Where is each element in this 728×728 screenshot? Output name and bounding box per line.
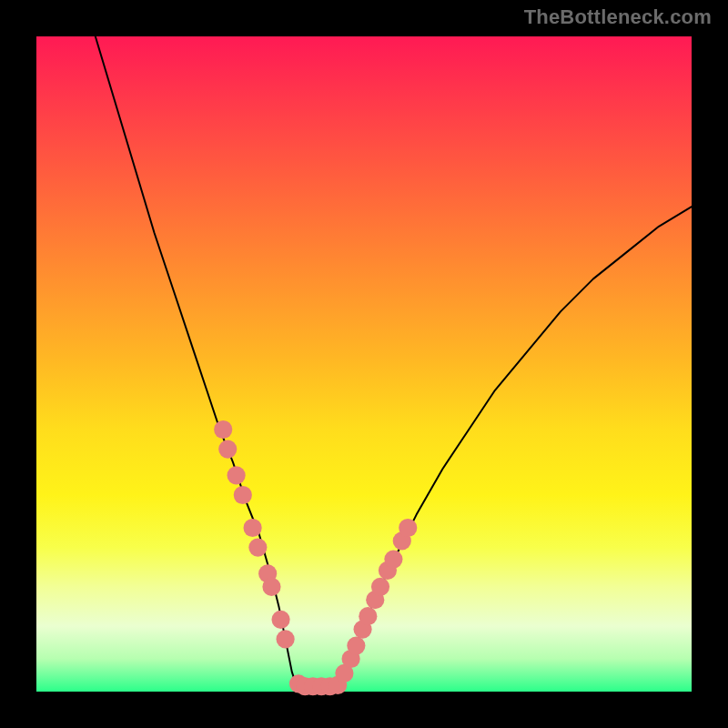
marker-dot	[262, 578, 280, 596]
bottleneck-curve	[96, 36, 692, 692]
marker-dot	[244, 519, 262, 537]
chart-overlay	[36, 36, 692, 692]
marker-dot	[359, 607, 377, 625]
marker-dot	[277, 630, 295, 648]
highlighted-markers	[214, 420, 417, 695]
watermark-text: TheBottleneck.com	[524, 5, 712, 29]
marker-dot	[271, 611, 289, 629]
marker-dot	[347, 637, 365, 655]
curve-path	[96, 36, 692, 692]
marker-dot	[228, 466, 246, 484]
marker-dot	[248, 539, 267, 557]
marker-dot	[371, 578, 389, 596]
marker-dot	[218, 440, 237, 459]
marker-dot	[384, 550, 402, 568]
marker-dot	[214, 420, 232, 439]
marker-dot	[399, 519, 417, 537]
marker-dot	[234, 486, 252, 504]
